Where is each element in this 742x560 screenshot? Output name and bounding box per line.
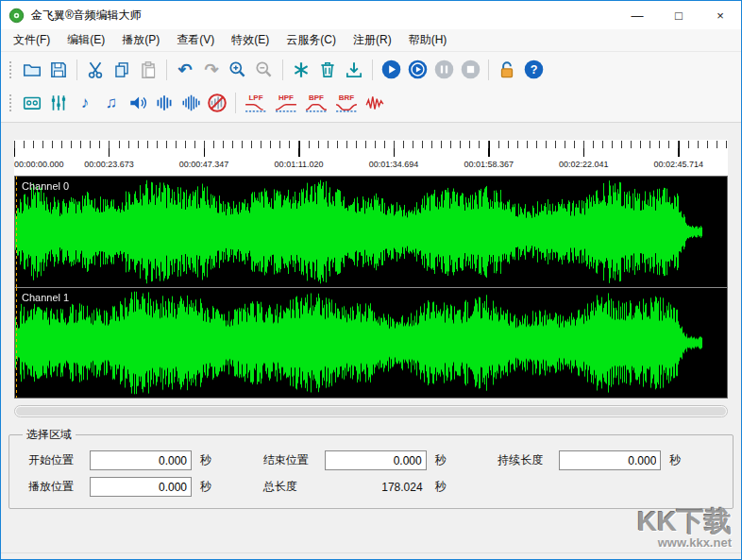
playhead-cursor [16, 288, 17, 399]
menu-view[interactable]: 查看(V) [168, 29, 223, 51]
menu-bar: 文件(F) 编辑(E) 播放(P) 查看(V) 特效(E) 云服务(C) 注册(… [1, 29, 741, 52]
trash-icon [317, 59, 338, 80]
time-label: 00:00:23.673 [84, 160, 134, 169]
horizontal-scrollbar[interactable] [14, 405, 728, 417]
hpf-button[interactable]: HPF [271, 90, 301, 116]
waveform-channel-0[interactable]: Channel 0 [15, 177, 727, 287]
empty-cell [488, 477, 723, 497]
waveform-large-button[interactable] [177, 90, 204, 116]
menu-register[interactable]: 注册(R) [345, 29, 400, 51]
record-device-button[interactable] [19, 90, 45, 116]
mixer-button[interactable] [45, 90, 72, 116]
end-position-input[interactable] [325, 450, 427, 470]
waveform-canvas[interactable] [15, 288, 727, 399]
duration-input[interactable] [559, 450, 661, 470]
play-position-label: 播放位置 [28, 479, 81, 495]
maximize-button[interactable]: □ [658, 1, 700, 29]
equalizer2-icon [180, 93, 201, 113]
undo-icon: ↶ [177, 61, 192, 78]
time-label: 00:01:11.020 [275, 160, 324, 169]
save-icon [48, 59, 69, 80]
export-button[interactable] [341, 57, 367, 83]
menu-cloud[interactable]: 云服务(C) [278, 29, 345, 51]
waveform-channel-1[interactable]: Channel 1 [15, 287, 727, 399]
time-label: 00:00:00.000 [14, 160, 64, 169]
speaker-button[interactable] [125, 90, 151, 116]
start-position-field: 开始位置 秒 [19, 450, 254, 470]
play-button[interactable] [378, 57, 404, 83]
minimize-button[interactable]: — [616, 1, 658, 29]
menu-play[interactable]: 播放(P) [113, 29, 168, 51]
start-unit-label: 秒 [200, 452, 211, 468]
paste-icon [138, 59, 159, 80]
lpf-button[interactable]: LPF [241, 90, 271, 116]
undo-button[interactable]: ↶ [172, 57, 198, 83]
window-controls: — □ × [616, 1, 741, 29]
main-content: 00:00:00.000 00:00:23.673 00:00:47.347 0… [1, 123, 741, 552]
music-note-button[interactable]: ♪ [72, 90, 98, 116]
save-button[interactable] [45, 57, 72, 83]
time-label: 00:02:45.714 [653, 160, 703, 169]
toolbar-separator [166, 59, 167, 80]
selection-title: 选择区域 [23, 427, 76, 443]
toolbar-grip[interactable] [8, 93, 12, 113]
brf-button[interactable]: BRF [331, 90, 362, 116]
mute-button[interactable] [204, 90, 230, 116]
unlock-icon [497, 59, 517, 80]
svg-text:?: ? [530, 63, 537, 76]
channel-label: Channel 0 [22, 180, 69, 192]
redo-button[interactable]: ↷ [198, 57, 225, 83]
mute-icon [207, 93, 228, 113]
waveform-canvas[interactable] [15, 177, 727, 287]
selection-fields: 开始位置 秒 结束位置 秒 持续长度 秒 播放位置 秒 [19, 450, 723, 497]
timeline-ruler[interactable]: 00:00:00.000 00:00:23.673 00:00:47.347 0… [14, 140, 728, 176]
waveform-area[interactable]: Channel 0 Channel 1 [14, 176, 728, 399]
stop-icon [460, 59, 481, 80]
menu-effects[interactable]: 特效(E) [223, 29, 278, 51]
time-label: 00:01:34.694 [369, 160, 419, 169]
bpf-button[interactable]: BPF [301, 90, 331, 116]
unlock-button[interactable] [494, 57, 520, 83]
paste-button[interactable] [135, 57, 161, 83]
toolbar-area: ↶ ↷ [1, 52, 741, 123]
close-button[interactable]: × [700, 1, 741, 29]
music-notes-icon: ♫ [106, 94, 118, 110]
start-position-label: 开始位置 [28, 452, 81, 468]
zoom-in-button[interactable] [225, 57, 251, 83]
ruler-ticks [14, 141, 728, 157]
toolbar-separator [235, 93, 236, 113]
bpf-label: BPF [309, 93, 324, 102]
play-selection-button[interactable] [404, 57, 430, 83]
cut-button[interactable] [82, 57, 109, 83]
stop-button[interactable] [457, 57, 483, 83]
spacer [1, 123, 741, 140]
toolbar-grip[interactable] [8, 59, 12, 80]
play-unit-label: 秒 [200, 479, 211, 495]
music-notes-button[interactable]: ♫ [98, 90, 125, 116]
start-position-input[interactable] [90, 450, 192, 470]
mix-button[interactable] [288, 57, 314, 83]
app-window: 金飞翼®音频编辑大师 — □ × 文件(F) 编辑(E) 播放(P) 查看(V)… [0, 0, 742, 560]
menu-file[interactable]: 文件(F) [5, 29, 59, 51]
brf-label: BRF [339, 93, 354, 102]
duration-unit-label: 秒 [669, 452, 681, 468]
play-position-input[interactable] [90, 477, 192, 497]
delete-button[interactable] [314, 57, 341, 83]
scrollbar-thumb[interactable] [16, 407, 726, 416]
lpf-label: LPF [248, 93, 262, 102]
toolbar-separator [282, 59, 283, 80]
open-file-button[interactable] [19, 57, 45, 83]
copy-button[interactable] [109, 57, 135, 83]
help-button[interactable]: ? [520, 57, 547, 83]
cassette-icon [22, 93, 42, 113]
mixer-icon [48, 93, 69, 113]
zoom-out-button[interactable] [251, 57, 278, 83]
playhead-cursor [16, 177, 17, 287]
pause-button[interactable] [430, 57, 457, 83]
menu-edit[interactable]: 编辑(E) [59, 29, 113, 51]
duration-field: 持续长度 秒 [488, 450, 723, 470]
spectrum-button[interactable] [362, 90, 388, 116]
waveform-small-button[interactable] [151, 90, 177, 116]
menu-help[interactable]: 帮助(H) [400, 29, 456, 51]
status-strip [1, 552, 741, 559]
